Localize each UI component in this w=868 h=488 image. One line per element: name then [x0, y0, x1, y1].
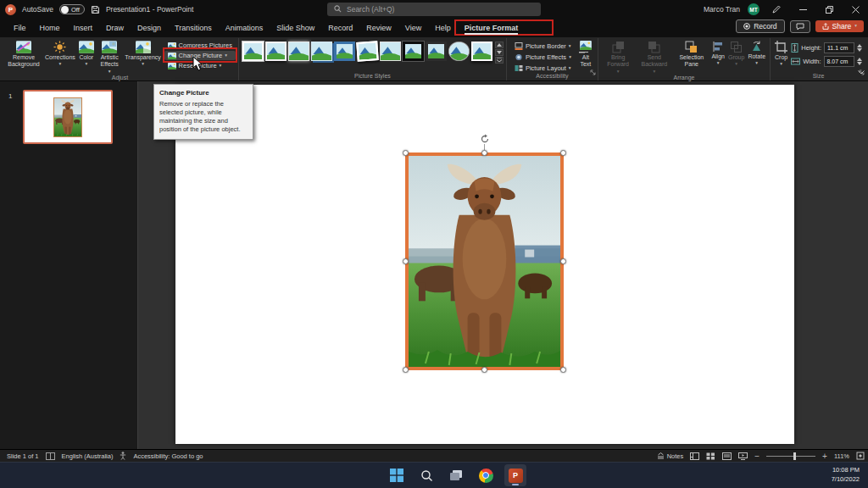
tab-view[interactable]: View [398, 21, 428, 35]
dropdown-caret-icon: ▾ [569, 66, 571, 71]
search-box[interactable]: Search (Alt+Q) [327, 3, 541, 16]
fit-slide-to-window-icon[interactable] [856, 452, 865, 460]
resize-handle-se[interactable] [560, 367, 566, 373]
selected-cow-picture[interactable] [405, 152, 564, 370]
resize-handle-e[interactable] [560, 258, 566, 264]
picture-border-button[interactable]: Picture Border ▾ [511, 42, 575, 51]
resize-handle-s[interactable] [481, 367, 487, 373]
color-button[interactable]: Color ▾ [77, 38, 96, 68]
zoom-in-button[interactable]: + [822, 452, 827, 461]
send-backward-icon [648, 41, 660, 53]
slide-thumbnail-cow-image [53, 97, 82, 137]
ribbon-group-accessibility: Picture Border ▾ Picture Effects ▾ Pictu… [507, 38, 598, 80]
normal-view-icon[interactable] [690, 452, 699, 460]
picture-effects-button[interactable]: Picture Effects ▾ [511, 53, 575, 62]
selection-pane-button[interactable]: Selection Pane [673, 38, 709, 69]
tab-help[interactable]: Help [428, 21, 458, 35]
send-backward-button: Send Backward ▾ [635, 38, 673, 75]
tab-picture-format[interactable]: Picture Format [458, 21, 526, 35]
notes-button[interactable]: Notes [657, 452, 684, 460]
ink-pen-icon[interactable] [767, 0, 786, 19]
collapse-ribbon-button[interactable] [858, 63, 865, 78]
zoom-slider[interactable] [766, 456, 815, 457]
remove-background-icon [16, 41, 31, 53]
minimize-button[interactable] [793, 0, 812, 19]
slide-canvas[interactable] [175, 85, 794, 444]
artistic-effects-button[interactable]: Artistic Effects ▾ [96, 38, 124, 75]
gallery-scroll-down-button[interactable] [495, 49, 504, 56]
clock-date: 7/10/2022 [832, 475, 860, 485]
zoom-slider-thumb[interactable] [793, 452, 796, 460]
tab-draw[interactable]: Draw [99, 21, 131, 35]
tab-animations[interactable]: Animations [219, 21, 270, 35]
compress-pictures-button[interactable]: Compress Pictures [164, 41, 236, 50]
height-stepper[interactable] [857, 44, 862, 52]
corrections-sun-icon [53, 41, 66, 53]
tab-transitions[interactable]: Transitions [168, 21, 219, 35]
picture-style-simple-white-frame[interactable] [242, 42, 264, 61]
corrections-button[interactable]: Corrections ▾ [43, 38, 77, 68]
picture-layout-button[interactable]: Picture Layout ▾ [511, 64, 575, 73]
save-icon[interactable] [91, 5, 100, 14]
task-view-button[interactable] [445, 464, 467, 486]
align-button[interactable]: Align ▾ [709, 38, 726, 67]
close-button[interactable] [846, 0, 865, 19]
slideshow-view-icon[interactable] [738, 452, 748, 460]
resize-handle-sw[interactable] [403, 367, 409, 373]
resize-handle-n[interactable] [481, 150, 487, 156]
picture-style-drop-shadow-blue[interactable] [311, 42, 332, 61]
height-input[interactable]: 11.1 cm [824, 42, 854, 53]
gallery-more-button[interactable] [495, 57, 504, 64]
accessibility-status[interactable]: Accessibility: Good to go [133, 452, 203, 460]
gallery-scroll-up-button[interactable] [495, 42, 504, 48]
rotate-button[interactable]: Rotate ▾ [746, 38, 767, 67]
slide-thumbnail[interactable] [23, 90, 113, 144]
resize-handle-ne[interactable] [560, 150, 566, 156]
restore-button[interactable] [820, 0, 838, 19]
taskbar-search-button[interactable] [415, 464, 437, 486]
chrome-icon [479, 469, 493, 483]
slide-sorter-view-icon[interactable] [706, 452, 715, 460]
cow-image [409, 156, 560, 367]
crop-button[interactable]: Crop ▾ [773, 38, 789, 68]
rotate-handle[interactable] [479, 133, 491, 148]
picture-style-beveled-white[interactable] [265, 42, 287, 61]
accessibility-dialog-launcher[interactable] [590, 64, 596, 79]
share-button[interactable]: Share ▾ [815, 20, 864, 32]
picture-style-framed-shadow[interactable] [471, 42, 492, 61]
picture-style-metal-blue-frame[interactable] [334, 42, 355, 61]
start-button[interactable] [386, 464, 408, 486]
width-label: Width: [803, 58, 821, 65]
tab-review[interactable]: Review [359, 21, 398, 35]
comments-button[interactable] [790, 20, 810, 33]
taskbar-clock[interactable]: 10:08 PM 7/10/2022 [832, 466, 860, 485]
tab-design[interactable]: Design [131, 21, 168, 35]
picture-style-dark-frame[interactable] [426, 42, 447, 61]
tooltip-body: Remove or replace the selected picture, … [159, 100, 248, 135]
chrome-button[interactable] [475, 464, 497, 486]
avatar[interactable]: MT [748, 3, 760, 15]
picture-style-rotated-white[interactable] [356, 41, 379, 62]
picture-style-oval-crop[interactable] [448, 42, 470, 61]
resize-handle-nw[interactable] [403, 150, 409, 156]
transparency-button[interactable]: Transparency ▾ [124, 38, 163, 68]
language-status[interactable]: English (Australia) [62, 452, 114, 460]
autosave-toggle[interactable]: Off [59, 4, 85, 14]
record-button[interactable]: Record [736, 19, 784, 33]
tab-home[interactable]: Home [33, 21, 67, 35]
powerpoint-taskbar-button[interactable]: P [504, 464, 526, 486]
tab-file[interactable]: File [7, 21, 33, 35]
tab-insert[interactable]: Insert [67, 21, 100, 35]
width-input[interactable]: 8.07 cm [824, 56, 854, 67]
reading-view-icon[interactable] [722, 452, 732, 460]
picture-style-thin-line[interactable] [380, 42, 401, 61]
zoom-level[interactable]: 111% [834, 452, 849, 460]
zoom-out-button[interactable]: − [754, 452, 760, 461]
picture-style-soft-glow-white[interactable] [288, 42, 309, 61]
user-name[interactable]: Marco Tran [704, 5, 740, 14]
remove-background-button[interactable]: Remove Background [4, 38, 43, 69]
picture-style-black-frame[interactable] [403, 42, 424, 61]
resize-handle-w[interactable] [403, 258, 409, 264]
tab-record[interactable]: Record [321, 21, 359, 35]
tab-slide-show[interactable]: Slide Show [270, 21, 321, 35]
